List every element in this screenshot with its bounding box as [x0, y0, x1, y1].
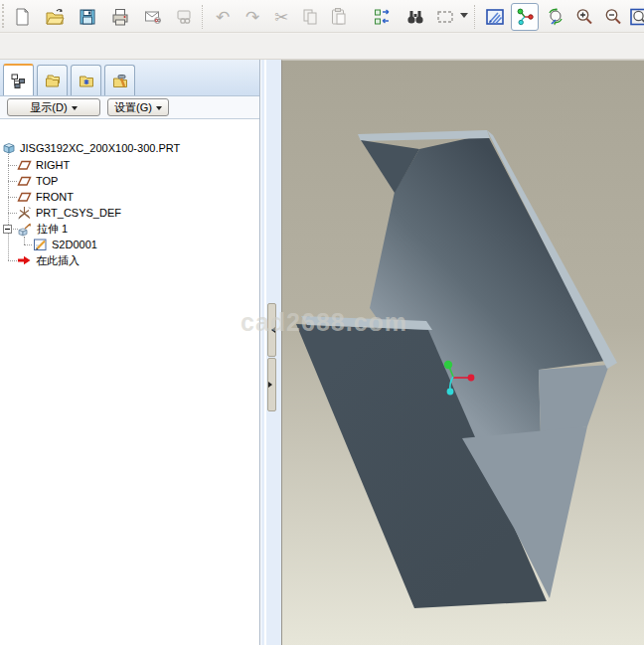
save-icon	[78, 7, 97, 27]
select-box-icon	[435, 7, 455, 27]
orient-button[interactable]	[542, 3, 569, 31]
tree-row-top[interactable]: TOP	[17, 173, 58, 189]
print-icon	[110, 7, 130, 27]
tree-connector	[24, 244, 32, 245]
spin-center-button[interactable]	[511, 3, 539, 31]
web-link-icon	[175, 7, 195, 27]
csys-icon	[17, 206, 32, 220]
main-toolbar: ↶ ↷ ✂	[0, 0, 644, 33]
sash-collapse-handle[interactable]	[267, 303, 276, 357]
folder-stack-icon	[44, 73, 62, 89]
email-icon	[143, 7, 163, 27]
tree-root-label: JISG3192XC_200X100-300.PRT	[20, 142, 180, 154]
zoom-in-button[interactable]	[570, 3, 598, 31]
tree-item-label: RIGHT	[36, 159, 70, 171]
datum-plane-icon	[17, 190, 32, 204]
print-button[interactable]	[106, 3, 134, 31]
extrude-icon	[17, 222, 33, 237]
datum-plane-icon	[17, 174, 32, 188]
redo-icon: ↷	[245, 9, 259, 26]
proe-window: { "window": {"app": "Pro/ENGINEER", "wid…	[0, 0, 644, 645]
select-box-button[interactable]	[431, 3, 459, 31]
tree-item-label: S2D0001	[52, 239, 97, 250]
tree-row-root[interactable]: JISG3192XC_200X100-300.PRT	[2, 140, 180, 156]
sketch-icon	[33, 238, 48, 251]
undo-icon: ↶	[216, 9, 230, 26]
zoom-out-button[interactable]	[599, 3, 627, 31]
tree-item-label: FRONT	[36, 191, 74, 203]
tree-row-csys[interactable]: PRT_CSYS_DEF	[17, 205, 121, 221]
tree-connector	[8, 213, 17, 214]
toolbar-separator	[202, 5, 203, 29]
copy-button[interactable]	[296, 3, 324, 31]
tab-folder-browser[interactable]	[37, 65, 68, 95]
cut-icon: ✂	[274, 9, 288, 26]
send-email-button[interactable]	[139, 3, 167, 31]
select-box-dropdown-arrow[interactable]	[460, 13, 468, 22]
settings-button-label: 设置(G)	[114, 100, 152, 115]
redo-button[interactable]: ↷	[239, 3, 266, 31]
menu-strip	[0, 34, 644, 60]
open-button[interactable]	[41, 3, 69, 31]
part-icon	[2, 141, 16, 155]
toolbar-separator	[474, 5, 475, 29]
refit-button[interactable]	[625, 3, 644, 31]
tree-row-extrude[interactable]: 拉伸 1	[17, 221, 68, 237]
tree-row-right[interactable]: RIGHT	[17, 157, 70, 173]
tree-connector	[8, 197, 17, 198]
hbeam-model	[282, 61, 644, 645]
tree-connector	[8, 165, 17, 166]
tab-model-tree[interactable]	[3, 64, 34, 95]
tab-connections[interactable]	[104, 65, 135, 95]
insert-here-icon	[17, 253, 32, 267]
new-document-button[interactable]	[8, 3, 36, 31]
open-folder-icon	[45, 7, 65, 27]
refit-icon	[629, 7, 644, 27]
chevron-down-icon	[72, 106, 78, 113]
cut-button[interactable]: ✂	[267, 3, 295, 31]
tree-row-insert-here[interactable]: 在此插入	[17, 252, 80, 268]
zoom-in-icon	[574, 7, 594, 27]
tree-connector	[8, 260, 17, 261]
save-button[interactable]	[74, 3, 101, 31]
tree-item-label: 在此插入	[36, 253, 80, 268]
navigator-panel: 显示(D) 设置(G) JISG3192XC_200X100-300.PRT	[0, 60, 260, 645]
tree-expander-collapse[interactable]	[3, 225, 12, 234]
undo-button[interactable]: ↶	[209, 3, 237, 31]
chevron-down-icon	[156, 106, 162, 113]
navigator-sash[interactable]	[260, 60, 281, 645]
show-dropdown-button[interactable]: 显示(D)	[7, 98, 100, 116]
tree-row-sketch[interactable]: S2D0001	[33, 237, 97, 252]
navigator-header: 显示(D) 设置(G)	[0, 96, 259, 119]
favorites-folder-icon	[78, 73, 95, 89]
tree-connector	[8, 181, 17, 182]
web-link-button[interactable]	[171, 3, 199, 31]
new-document-icon	[12, 7, 32, 27]
tab-favorites[interactable]	[71, 65, 101, 95]
navigator-tabs	[0, 60, 259, 96]
tree-connector	[24, 237, 25, 244]
settings-dropdown-button[interactable]: 设置(G)	[107, 98, 169, 116]
tree-item-label: 拉伸 1	[37, 222, 68, 237]
model-tree: JISG3192XC_200X100-300.PRT RIGHT TOP FRO…	[0, 119, 259, 645]
binoculars-icon	[405, 7, 425, 27]
model-tree-icon	[10, 73, 27, 89]
spin-center-icon	[515, 7, 535, 27]
datum-plane-icon	[17, 158, 32, 172]
graphics-viewport[interactable]	[281, 60, 644, 645]
collapse-left-icon	[268, 327, 275, 333]
zoom-out-icon	[603, 7, 623, 27]
show-button-label: 显示(D)	[30, 100, 67, 115]
paste-button[interactable]	[325, 3, 353, 31]
repaint-button[interactable]	[481, 3, 509, 31]
copy-icon	[300, 7, 320, 27]
find-button[interactable]	[402, 3, 429, 31]
tree-item-label: PRT_CSYS_DEF	[36, 207, 121, 219]
tools-folder-icon	[111, 73, 129, 89]
tree-row-front[interactable]: FRONT	[17, 189, 74, 205]
regenerate-icon	[373, 7, 393, 27]
regenerate-button[interactable]	[369, 3, 397, 31]
expand-right-icon	[268, 382, 275, 388]
sash-expand-handle[interactable]	[267, 358, 276, 411]
tree-item-label: TOP	[36, 175, 58, 187]
